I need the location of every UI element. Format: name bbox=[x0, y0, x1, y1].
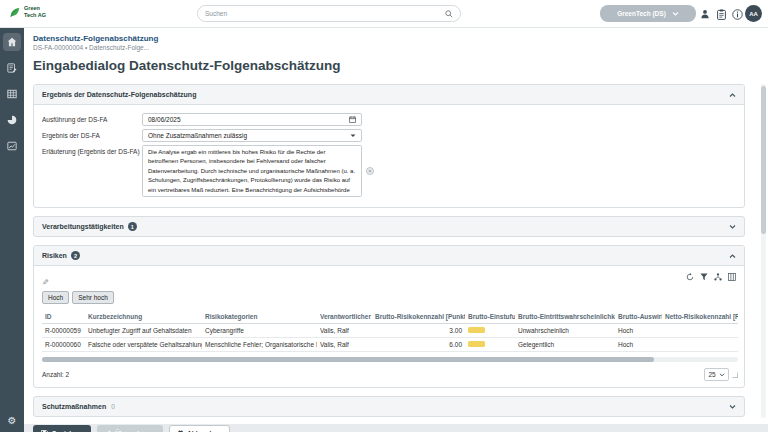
ausfuehrung-date-value: 08/06/2025 bbox=[148, 116, 181, 123]
refresh-icon[interactable] bbox=[686, 273, 694, 281]
cell-einstufung bbox=[465, 338, 515, 352]
section-ergebnis-title: Ergebnis der Datenschutz-Folgenabschätzu… bbox=[42, 91, 196, 98]
sidebar-item-forms[interactable] bbox=[3, 59, 21, 77]
col-kurzbezeichnung[interactable]: Kurzbezeichnung bbox=[85, 310, 202, 324]
section-risiken-header[interactable]: Risiken 2 bbox=[34, 246, 744, 266]
cell-kurz: Falsche oder verspätete Gehaltszahlung bbox=[85, 338, 202, 352]
verarbeitung-count-badge: 1 bbox=[128, 222, 137, 231]
columns-icon[interactable] bbox=[728, 273, 736, 281]
cancel-button[interactable]: ✖ Abbrechen bbox=[169, 425, 230, 432]
section-ergebnis-header[interactable]: Ergebnis der Datenschutz-Folgenabschätzu… bbox=[34, 85, 744, 105]
risk-table-header-row: ID Kurzbezeichnung Risikokategorien Vera… bbox=[42, 310, 738, 324]
sidebar-item-home[interactable] bbox=[3, 33, 21, 51]
risk-level-badge bbox=[468, 327, 485, 333]
hierarchy-icon[interactable] bbox=[714, 273, 722, 281]
user-icon[interactable] bbox=[699, 8, 711, 20]
cell-kat: Cyberangriffe bbox=[202, 324, 317, 338]
apply-button[interactable]: ✔ Übernehmen bbox=[97, 425, 162, 432]
chevron-down-icon bbox=[729, 225, 736, 229]
field-action-icon[interactable] bbox=[366, 167, 374, 175]
table-row[interactable]: R-00000059 Unbefugter Zugriff auf Gehalt… bbox=[42, 324, 738, 338]
sidebar-item-tables[interactable] bbox=[3, 85, 21, 103]
section-risiken-body: ✎ Hoch Sehr h bbox=[34, 266, 744, 387]
section-verarbeitung-header[interactable]: Verarbeitungstätigkeiten 1 bbox=[33, 216, 745, 237]
info-icon[interactable] bbox=[731, 8, 743, 20]
chevron-up-icon bbox=[729, 254, 736, 258]
ausfuehrung-date-input[interactable]: 08/06/2025 bbox=[142, 113, 362, 126]
cell-netto bbox=[662, 338, 738, 352]
col-brutto-einstufung[interactable]: Brutto-Einstufung bbox=[465, 310, 515, 324]
pie-chart-icon bbox=[7, 115, 17, 125]
col-id[interactable]: ID bbox=[42, 310, 85, 324]
sidebar-item-reports[interactable] bbox=[3, 111, 21, 129]
calendar-icon bbox=[349, 116, 356, 123]
vertical-scrollbar[interactable] bbox=[761, 84, 766, 418]
ergebnis-label: Ergebnis der DS-FA bbox=[42, 129, 142, 142]
section-risiken-title: Risiken bbox=[42, 252, 67, 259]
col-brutto-kennzahl[interactable]: Brutto-Risikokennzahl [Punkte] bbox=[372, 310, 465, 324]
table-footer: Anzahl: 2 25 bbox=[42, 362, 738, 387]
table-icon bbox=[7, 89, 17, 99]
leaf-logo-icon bbox=[7, 4, 22, 19]
cell-wahrsch: Unwahrscheinlich bbox=[515, 324, 615, 338]
col-brutto-auswirkung[interactable]: Brutto-Auswirkung bbox=[615, 310, 662, 324]
col-brutto-wahrscheinlichkeit[interactable]: Brutto-Eintrittswahrscheinlichkeit bbox=[515, 310, 615, 324]
search-icon bbox=[445, 10, 453, 18]
cell-kennzahl: 3.00 bbox=[372, 324, 465, 338]
risk-table: ID Kurzbezeichnung Risikokategorien Vera… bbox=[42, 310, 738, 352]
cell-kennzahl: 6.00 bbox=[372, 338, 465, 352]
table-row[interactable]: R-00000060 Falsche oder verspätete Gehal… bbox=[42, 338, 738, 352]
cell-auswirkung: Hoch bbox=[615, 338, 662, 352]
section-ergebnis: Ergebnis der Datenschutz-Folgenabschätzu… bbox=[33, 84, 745, 208]
section-schutz-header[interactable]: Schutzmaßnahmen 0 bbox=[33, 396, 745, 417]
search-input[interactable] bbox=[205, 10, 445, 17]
cell-verantw: Valis, Ralf bbox=[317, 324, 372, 338]
ergebnis-select-value: Ohne Zusatzmaßnahmen zulässig bbox=[148, 132, 247, 139]
cell-id: R-00000060 bbox=[42, 338, 85, 352]
select-arrow-icon bbox=[350, 134, 356, 138]
col-netto-kennzahl[interactable]: Netto-Risikokennzahl [P bbox=[662, 310, 738, 324]
cell-wahrsch: Gelegentlich bbox=[515, 338, 615, 352]
edit-pencil-icon[interactable]: ✎ bbox=[42, 278, 49, 287]
home-icon bbox=[7, 37, 17, 47]
risk-filter-chips: Hoch Sehr hoch bbox=[42, 291, 736, 304]
section-schutz-title: Schutzmaßnahmen bbox=[42, 403, 106, 410]
global-search[interactable] bbox=[197, 5, 461, 22]
vertical-scrollbar-thumb[interactable] bbox=[761, 86, 766, 234]
row-count-label: Anzahl: 2 bbox=[42, 371, 69, 378]
chart-image-icon bbox=[7, 141, 17, 151]
filter-chip-hoch[interactable]: Hoch bbox=[42, 291, 69, 304]
clipboard-icon[interactable] bbox=[715, 8, 727, 20]
resize-grip-icon[interactable] bbox=[732, 372, 738, 378]
page-title: Eingabedialog Datenschutz-Folgenabschätz… bbox=[33, 58, 341, 73]
section-verarbeitung-title: Verarbeitungstätigkeiten bbox=[42, 223, 124, 230]
filter-icon[interactable] bbox=[700, 273, 708, 281]
chevron-up-icon bbox=[729, 93, 736, 97]
page-size-select[interactable]: 25 bbox=[704, 368, 729, 381]
org-switcher-label: GreenTech (DS) bbox=[617, 10, 666, 17]
sidebar-item-settings[interactable]: ⚙ bbox=[0, 415, 24, 426]
col-verantwortlicher[interactable]: Verantwortlicher bbox=[317, 310, 372, 324]
form-action-bar: Speichern ✔ Übernehmen ✖ Abbrechen bbox=[33, 425, 745, 432]
erlaeuterung-textarea[interactable]: Die Analyse ergab ein mittleres bis hohe… bbox=[142, 145, 362, 197]
top-header-bar: Green Tech AG GreenTech (DS) AA bbox=[0, 0, 768, 28]
section-risiken: Risiken 2 ✎ bbox=[33, 245, 745, 388]
sidebar-item-analytics[interactable] bbox=[3, 137, 21, 155]
form-content: Ergebnis der Datenschutz-Folgenabschätzu… bbox=[33, 80, 745, 432]
cell-id: R-00000059 bbox=[42, 324, 85, 338]
erlaeuterung-label: Erläuterung (Ergebnis der DS-FA) bbox=[42, 145, 142, 197]
chevron-down-icon bbox=[729, 405, 736, 409]
cell-auswirkung: Hoch bbox=[615, 324, 662, 338]
breadcrumb[interactable]: Datenschutz-Folgenabschätzung bbox=[33, 34, 158, 43]
table-toolbar bbox=[686, 273, 736, 281]
avatar[interactable]: AA bbox=[745, 5, 762, 22]
risiken-count-badge: 2 bbox=[71, 251, 80, 260]
col-risikokategorien[interactable]: Risikokategorien bbox=[202, 310, 317, 324]
ergebnis-select[interactable]: Ohne Zusatzmaßnahmen zulässig bbox=[142, 129, 362, 142]
org-switcher-button[interactable]: GreenTech (DS) bbox=[600, 5, 696, 22]
cell-einstufung bbox=[465, 324, 515, 338]
breadcrumb-subtitle: DS-FA-00000004 • Datenschutz-Folge... bbox=[33, 44, 149, 51]
filter-chip-sehr-hoch[interactable]: Sehr hoch bbox=[72, 291, 114, 304]
app-logo[interactable]: Green Tech AG bbox=[7, 4, 46, 19]
save-button[interactable]: Speichern bbox=[33, 425, 91, 432]
